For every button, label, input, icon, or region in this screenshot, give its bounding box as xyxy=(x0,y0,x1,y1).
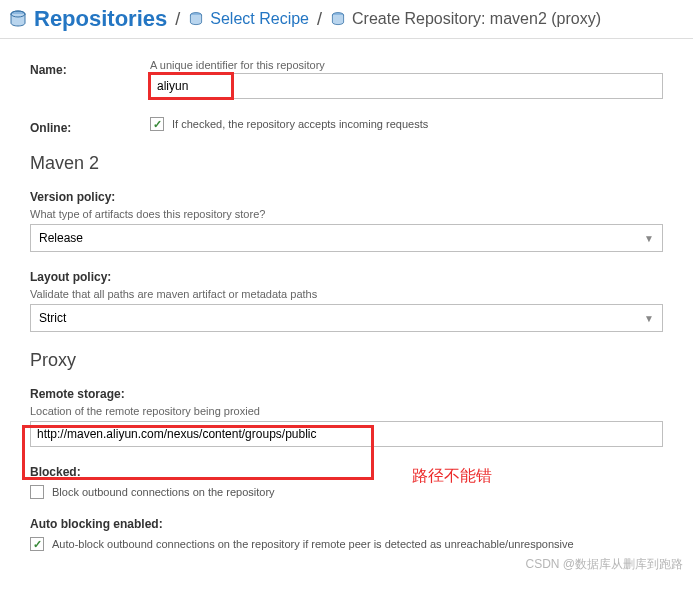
blocked-checkbox[interactable] xyxy=(30,485,44,499)
online-row: Online: If checked, the repository accep… xyxy=(30,117,663,135)
select-value: Release xyxy=(39,231,83,245)
layout-policy-select[interactable]: Strict ▼ xyxy=(30,304,663,332)
breadcrumb-separator: / xyxy=(175,9,180,30)
remote-storage-label: Remote storage: xyxy=(30,387,663,401)
auto-blocking-text: Auto-block outbound connections on the r… xyxy=(52,538,574,550)
blocked-text: Block outbound connections on the reposi… xyxy=(52,486,275,498)
online-text: If checked, the repository accepts incom… xyxy=(172,118,428,130)
breadcrumb-repositories[interactable]: Repositories xyxy=(8,6,167,32)
blocked-label: Blocked: xyxy=(30,465,663,479)
layout-policy-label: Layout policy: xyxy=(30,270,663,284)
auto-blocking-checkbox[interactable] xyxy=(30,537,44,551)
remote-storage-block: Remote storage: Location of the remote r… xyxy=(30,387,663,447)
breadcrumb-text: Create Repository: maven2 (proxy) xyxy=(352,10,601,28)
maven-section-title: Maven 2 xyxy=(30,153,663,174)
database-icon xyxy=(330,11,346,27)
version-policy-hint: What type of artifacts does this reposit… xyxy=(30,208,663,220)
annotation-text: 路径不能错 xyxy=(412,466,492,487)
version-policy-select[interactable]: Release ▼ xyxy=(30,224,663,252)
breadcrumb-create-repo: Create Repository: maven2 (proxy) xyxy=(330,10,601,28)
name-row: Name: A unique identifier for this repos… xyxy=(30,59,663,99)
auto-blocking-label: Auto blocking enabled: xyxy=(30,517,663,531)
breadcrumb-text: Repositories xyxy=(34,6,167,32)
select-value: Strict xyxy=(39,311,66,325)
layout-policy-hint: Validate that all paths are maven artifa… xyxy=(30,288,663,300)
chevron-down-icon: ▼ xyxy=(644,313,654,324)
chevron-down-icon: ▼ xyxy=(644,233,654,244)
database-icon xyxy=(188,11,204,27)
database-icon xyxy=(8,9,28,29)
layout-policy-block: Layout policy: Validate that all paths a… xyxy=(30,270,663,332)
version-policy-block: Version policy: What type of artifacts d… xyxy=(30,190,663,252)
breadcrumb-select-recipe[interactable]: Select Recipe xyxy=(188,10,309,28)
name-label: Name: xyxy=(30,59,150,77)
name-hint: A unique identifier for this repository xyxy=(150,59,663,71)
name-input[interactable] xyxy=(150,73,663,99)
form-body: Name: A unique identifier for this repos… xyxy=(0,39,693,579)
breadcrumb: Repositories / Select Recipe / Create Re… xyxy=(0,0,693,39)
version-policy-label: Version policy: xyxy=(30,190,663,204)
online-label: Online: xyxy=(30,117,150,135)
breadcrumb-separator: / xyxy=(317,9,322,30)
online-checkbox[interactable] xyxy=(150,117,164,131)
remote-storage-hint: Location of the remote repository being … xyxy=(30,405,663,417)
blocked-block: Blocked: Block outbound connections on t… xyxy=(30,465,663,499)
proxy-section-title: Proxy xyxy=(30,350,663,371)
breadcrumb-text: Select Recipe xyxy=(210,10,309,28)
remote-storage-input[interactable] xyxy=(30,421,663,447)
auto-blocking-block: Auto blocking enabled: Auto-block outbou… xyxy=(30,517,663,551)
